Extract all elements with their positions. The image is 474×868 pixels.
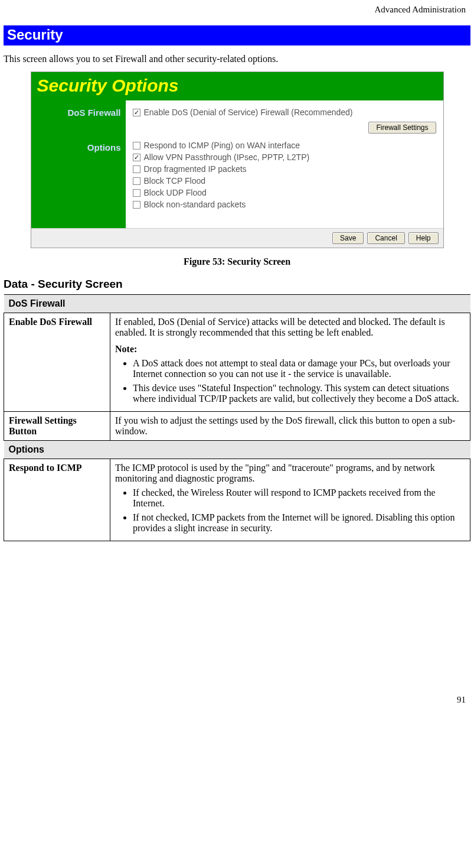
- option-row-1: ✓ Allow VPN Passthrough (IPsec, PPTP, L2…: [133, 151, 436, 163]
- option-row-0: Respond to ICMP (Ping) on WAN interface: [133, 139, 436, 151]
- checkbox-enable-dos[interactable]: ✓: [133, 109, 140, 116]
- option-row-4: Block UDP Flood: [133, 187, 436, 199]
- checkbox-block-nonstandard-label: Block non-standard packets: [144, 200, 246, 209]
- running-head: Advanced Administration: [4, 0, 470, 25]
- row-firewall-settings-button: Firewall Settings Button If you wish to …: [4, 412, 470, 441]
- checkbox-enable-dos-label: Enable DoS (Denial of Service) Firewall …: [144, 108, 353, 117]
- checkbox-block-udp-flood-label: Block UDP Flood: [144, 188, 207, 197]
- figure-title: Security Options: [31, 72, 443, 100]
- option-row-3: Block TCP Flood: [133, 175, 436, 187]
- row-respond-icmp: Respond to ICMP The ICMP protocol is use…: [4, 459, 470, 541]
- row-fw-btn-label: Firewall Settings Button: [4, 412, 110, 441]
- checkbox-icmp[interactable]: [133, 142, 140, 149]
- sidebar-label-dos: DoS Firewall: [34, 108, 121, 118]
- note-label: Note:: [115, 344, 465, 355]
- dos-enable-row: ✓ Enable DoS (Denial of Service) Firewal…: [133, 106, 436, 118]
- section-dos-firewall-label: DoS Firewall: [4, 295, 470, 313]
- checkbox-block-nonstandard[interactable]: [133, 201, 140, 209]
- row-fw-btn-desc: If you wish to adjust the settings used …: [110, 412, 470, 441]
- help-button[interactable]: Help: [408, 232, 439, 244]
- checkbox-drop-fragmented[interactable]: [133, 165, 140, 173]
- data-table: DoS Firewall Enable DoS Firewall If enab…: [4, 294, 470, 541]
- checkbox-block-tcp-flood[interactable]: [133, 177, 140, 185]
- enable-dos-bullet-1: A DoS attack does not attempt to steal d…: [133, 358, 465, 379]
- option-row-5: Block non-standard packets: [133, 199, 436, 210]
- save-button[interactable]: Save: [332, 232, 364, 244]
- figure-sidebar: DoS Firewall Options: [31, 100, 126, 228]
- intro-text: This screen allows you to set Firewall a…: [4, 54, 470, 64]
- row-enable-dos-desc: If enabled, DoS (Denial of Service) atta…: [110, 313, 470, 412]
- figure-footer: Save Cancel Help: [31, 228, 443, 248]
- data-heading: Data - Security Screen: [4, 278, 470, 291]
- figure-security-options: Security Options DoS Firewall Options ✓ …: [31, 71, 444, 248]
- sidebar-label-options: Options: [34, 142, 121, 152]
- row-respond-icmp-label: Respond to ICMP: [4, 459, 110, 541]
- section-options-label: Options: [4, 441, 470, 459]
- cancel-button[interactable]: Cancel: [367, 232, 404, 244]
- checkbox-block-tcp-flood-label: Block TCP Flood: [144, 176, 206, 186]
- page-number: 91: [4, 541, 470, 711]
- respond-icmp-bullet-2: If not checked, ICMP packets from the In…: [133, 512, 465, 534]
- checkbox-block-udp-flood[interactable]: [133, 189, 140, 197]
- figure-caption: Figure 53: Security Screen: [4, 256, 470, 267]
- enable-dos-p1: If enabled, DoS (Denial of Service) atta…: [115, 317, 445, 337]
- respond-icmp-bullet-1: If checked, the Wireless Router will res…: [133, 487, 465, 509]
- firewall-settings-button[interactable]: Firewall Settings: [368, 122, 436, 134]
- section-options: Options: [4, 441, 470, 459]
- row-enable-dos-label: Enable DoS Firewall: [4, 313, 110, 412]
- checkbox-drop-fragmented-label: Drop fragmented IP packets: [144, 164, 247, 174]
- figure-main-panel: ✓ Enable DoS (Denial of Service) Firewal…: [126, 100, 443, 228]
- enable-dos-bullet-2: This device uses "Stateful Inspection" t…: [133, 383, 465, 404]
- section-dos-firewall: DoS Firewall: [4, 295, 470, 313]
- option-row-2: Drop fragmented IP packets: [133, 163, 436, 175]
- respond-icmp-p1: The ICMP protocol is used by the "ping" …: [115, 463, 435, 483]
- checkbox-icmp-label: Respond to ICMP (Ping) on WAN interface: [144, 141, 300, 150]
- row-enable-dos: Enable DoS Firewall If enabled, DoS (Den…: [4, 313, 470, 412]
- checkbox-vpn-passthrough[interactable]: ✓: [133, 154, 140, 161]
- row-respond-icmp-desc: The ICMP protocol is used by the "ping" …: [110, 459, 470, 541]
- checkbox-vpn-passthrough-label: Allow VPN Passthrough (IPsec, PPTP, L2TP…: [144, 152, 310, 162]
- section-banner-security: Security: [4, 25, 470, 45]
